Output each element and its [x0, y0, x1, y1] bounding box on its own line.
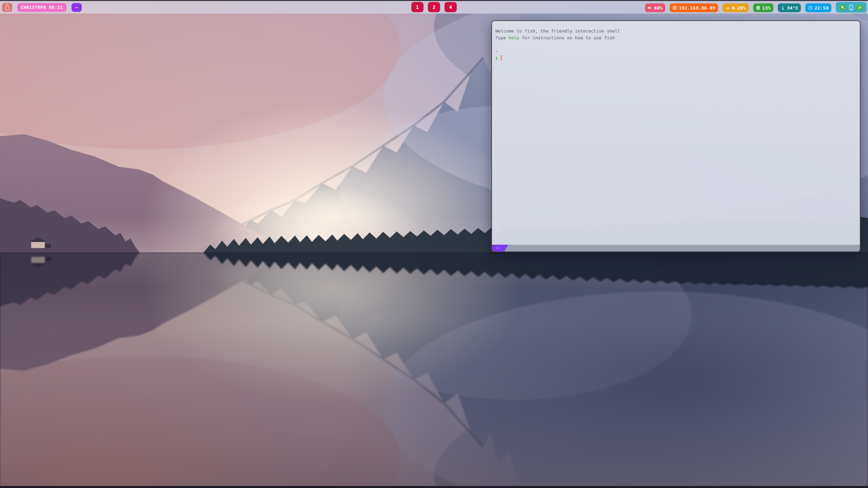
network-module[interactable]: 192.168.86.69 — [670, 3, 718, 12]
temperature-module[interactable]: 34°C — [778, 3, 801, 12]
water-tint-overlay — [0, 252, 868, 486]
desktop: CHRISTOPH 00:31 ~ 1 2 4 — [0, 0, 868, 488]
workspace-button-1[interactable]: 1 — [411, 2, 423, 12]
help-keyword: help — [509, 35, 519, 40]
workspace-label: 4 — [449, 4, 452, 10]
greeting-text: for instructions on how to use fish — [519, 35, 615, 40]
user-session-pill[interactable]: CHRISTOPH 00:31 — [17, 3, 66, 12]
temperature-value: 34°C — [787, 5, 798, 11]
memory-icon — [756, 5, 761, 10]
thermometer-icon — [781, 5, 785, 10]
workspace-switcher: 1 2 4 — [411, 2, 457, 12]
bar-left-modules: CHRISTOPH 00:31 ~ — [2, 3, 82, 12]
launcher-button[interactable] — [2, 3, 12, 12]
terminal-content[interactable]: Welcome to fish, the friendly interactiv… — [492, 21, 860, 245]
terminal-tab-label: ~ — [496, 246, 499, 250]
lake-reflection — [0, 252, 868, 486]
terminal-tab[interactable]: ~ — [492, 245, 508, 251]
clock-module[interactable]: 22:58 — [805, 3, 831, 12]
memory-module[interactable]: 13% — [753, 3, 773, 12]
directory-pill[interactable]: ~ — [72, 3, 82, 12]
key-icon[interactable] — [839, 4, 846, 11]
tux-penguin-icon — [4, 4, 10, 11]
directory-label: ~ — [75, 5, 78, 10]
workspace-button-2[interactable]: 2 — [428, 2, 440, 12]
prompt-chevron: ❯ — [495, 56, 498, 61]
prompt-line: ❯ — [495, 55, 856, 62]
clock-value: 22:58 — [814, 5, 829, 11]
workspace-label: 1 — [416, 4, 419, 10]
terminal-statusbar: ~ — [492, 245, 860, 251]
gauge-icon — [725, 5, 730, 10]
greeting-text: Type — [495, 35, 509, 40]
globe-icon — [672, 5, 677, 10]
network-value: 192.168.86.69 — [679, 5, 715, 11]
volume-module[interactable]: 60% — [645, 3, 665, 12]
terminal-window[interactable]: Welcome to fish, the friendly interactiv… — [491, 20, 861, 252]
phone-icon[interactable] — [849, 4, 853, 11]
memory-value: 13% — [762, 5, 771, 11]
volume-value: 60% — [654, 5, 663, 11]
bar-right-modules: 60% 192.168.86.69 0.26% — [645, 1, 867, 15]
screen-bottom-edge — [0, 486, 868, 488]
fish-greeting-line-1: Welcome to fish, the friendly interactiv… — [495, 28, 856, 35]
speaker-icon — [648, 5, 652, 10]
user-session-label: CHRISTOPH 00:31 — [21, 5, 63, 10]
workspace-label: 2 — [433, 4, 435, 10]
status-bar: CHRISTOPH 00:31 ~ 1 2 4 — [0, 0, 868, 14]
system-tray — [836, 2, 867, 13]
cpu-load-value: 0.26% — [732, 5, 746, 11]
text-cursor — [501, 55, 502, 60]
fish-greeting-line-2: Type help for instructions on how to use… — [495, 35, 856, 41]
clock-icon — [808, 5, 813, 10]
cpu-load-module[interactable]: 0.26% — [723, 3, 749, 12]
prompt-path: ~ — [495, 48, 856, 55]
workspace-button-4[interactable]: 4 — [445, 2, 457, 12]
check-icon[interactable] — [856, 4, 863, 11]
